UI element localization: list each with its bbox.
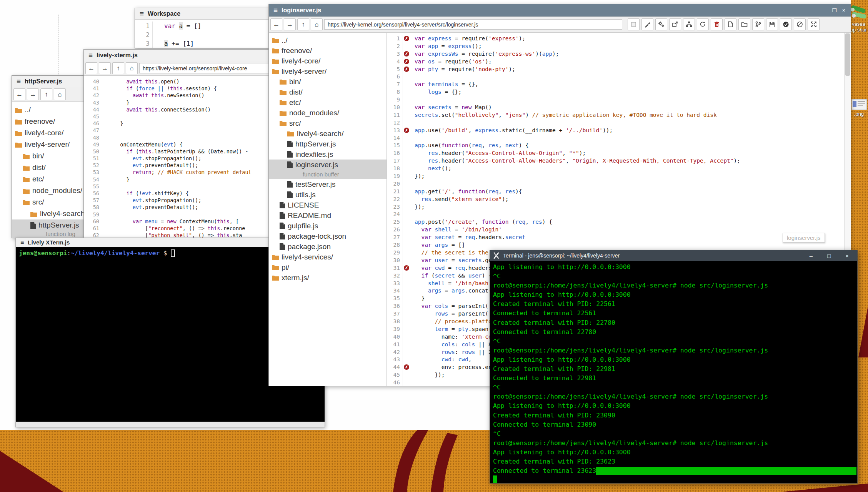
code-line[interactable]: 17 res.header("Access-Control-Allow-Head…	[387, 157, 844, 165]
code-line[interactable]: 19});	[387, 173, 844, 180]
tree-item-lively4-search[interactable]: lively4-search/	[269, 128, 387, 139]
tree-subitem[interactable]: function buffer	[269, 170, 387, 179]
terminal-content[interactable]: App listening to http://0.0.0.0:3000^Cro…	[490, 261, 857, 483]
code-line[interactable]: 16 res.header("Access-Control-Allow-Orig…	[387, 150, 844, 157]
git-branch-button[interactable]	[752, 18, 764, 30]
tree-item-package.json[interactable]: package.json	[269, 241, 387, 252]
error-marker-icon[interactable]: ✗	[404, 36, 409, 41]
error-marker-icon[interactable]: ✗	[404, 51, 409, 57]
code-line[interactable]: 3✗var expressWs = require('express-ws')(…	[387, 50, 844, 58]
save-button[interactable]	[766, 18, 778, 30]
loginserver-file-tree[interactable]: ../freenove/lively4-core/lively4-server/…	[269, 33, 387, 386]
tree-item-src[interactable]: src/	[269, 118, 387, 128]
trash-button[interactable]	[711, 18, 723, 30]
code-line[interactable]: 5✗var pty = require('node-pty');	[387, 66, 844, 73]
code-line[interactable]: 21app.get('/', function(req, res){	[387, 188, 844, 196]
close-icon[interactable]: ×	[842, 7, 845, 13]
forward-button[interactable]: →	[99, 62, 111, 74]
up-button[interactable]: ↑	[40, 88, 52, 100]
back-button[interactable]: ←	[13, 88, 25, 100]
menu-icon[interactable]: ≡	[88, 51, 93, 60]
maximize-icon[interactable]: □	[827, 253, 831, 259]
tree-item-loginserver.js[interactable]: loginserver.js	[269, 160, 387, 170]
menu-icon[interactable]: ≡	[140, 10, 144, 18]
code-line[interactable]: 4✗var os = require('os');	[387, 58, 844, 66]
brush-button[interactable]	[641, 18, 653, 30]
menu-icon[interactable]: ≡	[17, 77, 21, 86]
tree-item-testServer.js[interactable]: testServer.js	[269, 179, 387, 189]
code-line[interactable]: 24	[387, 211, 844, 218]
tree-item-package-lock.json[interactable]: package-lock.json	[269, 231, 387, 241]
tree-item-indexfiles.js[interactable]: indexfiles.js	[269, 149, 387, 160]
deny-button[interactable]	[794, 18, 806, 30]
code-line[interactable]: 6	[387, 73, 844, 81]
code-line[interactable]: 12	[387, 119, 844, 127]
tree-item-utils.js[interactable]: utils.js	[269, 189, 387, 200]
code-line[interactable]: 2var app = express();	[387, 43, 844, 50]
up-button[interactable]: ↑	[297, 18, 309, 30]
code-line[interactable]: 11secrets.set("hellolively", "jens") // …	[387, 111, 844, 119]
forward-button[interactable]: →	[284, 18, 296, 30]
tree-item-bin[interactable]: bin/	[269, 76, 387, 87]
menu-icon[interactable]: ≡	[20, 239, 24, 246]
forward-button[interactable]: →	[27, 88, 39, 100]
code-line[interactable]: 28 var args = []	[387, 241, 844, 249]
tree-item-LICENSE[interactable]: LICENSE	[269, 200, 387, 210]
expand-button[interactable]	[808, 18, 820, 30]
code-line[interactable]: 13✗app.use('/build', express.static(__di…	[387, 127, 844, 135]
code-line[interactable]: 15app.use(function(req, res, next) {	[387, 142, 844, 150]
tree-item-freenove[interactable]: freenove/	[269, 45, 387, 56]
loginserver-titlebar[interactable]: ≡ loginserver.js – ❐ ×	[269, 4, 851, 17]
error-marker-icon[interactable]: ✗	[404, 364, 409, 370]
tree-item-lively4-core[interactable]: lively4-core/	[269, 56, 387, 66]
tree-item-pi[interactable]: pi/	[269, 262, 387, 273]
terminal-titlebar[interactable]: Terminal - jens@sensorpi: ~/lively4/live…	[490, 250, 857, 261]
external-link-button[interactable]	[669, 18, 681, 30]
up-button[interactable]: ↑	[112, 62, 124, 74]
code-line[interactable]: 23});	[387, 203, 844, 211]
back-button[interactable]: ←	[270, 18, 282, 30]
new-file-button[interactable]	[725, 18, 736, 30]
tree-item-README.md[interactable]: README.md	[269, 210, 387, 221]
close-icon[interactable]: ×	[845, 253, 849, 259]
refresh-button[interactable]	[697, 18, 709, 30]
gears-button[interactable]	[655, 18, 667, 30]
tree-item-lively4-server[interactable]: lively4-server/	[269, 66, 387, 76]
home-button[interactable]: ⌂	[311, 18, 323, 30]
desktop-icon-shortcut[interactable]: vasea up shar	[849, 5, 868, 33]
tree-item-xterm.js[interactable]: xterm.js/	[269, 273, 387, 283]
error-marker-icon[interactable]: ✗	[404, 66, 409, 72]
tree-item-etc[interactable]: etc/	[269, 97, 387, 108]
error-marker-icon[interactable]: ✗	[404, 265, 409, 271]
menu-icon[interactable]: ≡	[273, 6, 278, 15]
code-line[interactable]: 25app.post('/create', function (req, res…	[387, 218, 844, 226]
home-button[interactable]: ⌂	[54, 88, 66, 100]
minimize-icon[interactable]: –	[823, 7, 826, 13]
code-line[interactable]: 20	[387, 180, 844, 188]
code-line[interactable]: 14	[387, 135, 844, 142]
minimize-icon[interactable]: –	[810, 253, 813, 259]
code-line[interactable]: 10var secrets = new Map()	[387, 104, 844, 111]
tree-item-gulpfile.js[interactable]: gulpfile.js	[269, 221, 387, 231]
url-input[interactable]	[324, 19, 622, 30]
home-button[interactable]: ⌂	[126, 62, 138, 74]
tree-item-dist[interactable]: dist/	[269, 87, 387, 97]
error-marker-icon[interactable]: ✗	[404, 59, 409, 64]
tree-item-lively4-services[interactable]: lively4-services/	[269, 252, 387, 262]
code-line[interactable]: 8 logs = {};	[387, 88, 844, 96]
checkbox-button[interactable]	[628, 18, 640, 30]
code-line[interactable]: 7var terminals = {},	[387, 81, 844, 88]
desktop-icon-image[interactable]: .png	[850, 99, 868, 117]
code-line[interactable]: 1✗var express = require('express');	[387, 35, 844, 43]
accept-button[interactable]	[780, 18, 792, 30]
code-line[interactable]: 26 var shell = '/bin/login'	[387, 226, 844, 234]
folder-button[interactable]	[738, 18, 750, 30]
tree-item-httpServer.js[interactable]: httpServer.js	[269, 139, 387, 149]
maximize-icon[interactable]: ❐	[832, 7, 837, 13]
tree-item-nodemodules[interactable]: node_modules/	[269, 108, 387, 118]
back-button[interactable]: ←	[85, 62, 97, 74]
code-line[interactable]: 27 var secret = req.headers.secret	[387, 234, 844, 241]
code-line[interactable]: 22 res.send("xterm service");	[387, 196, 844, 203]
code-line[interactable]: 18 next();	[387, 165, 844, 173]
sitemap-button[interactable]	[683, 18, 695, 30]
